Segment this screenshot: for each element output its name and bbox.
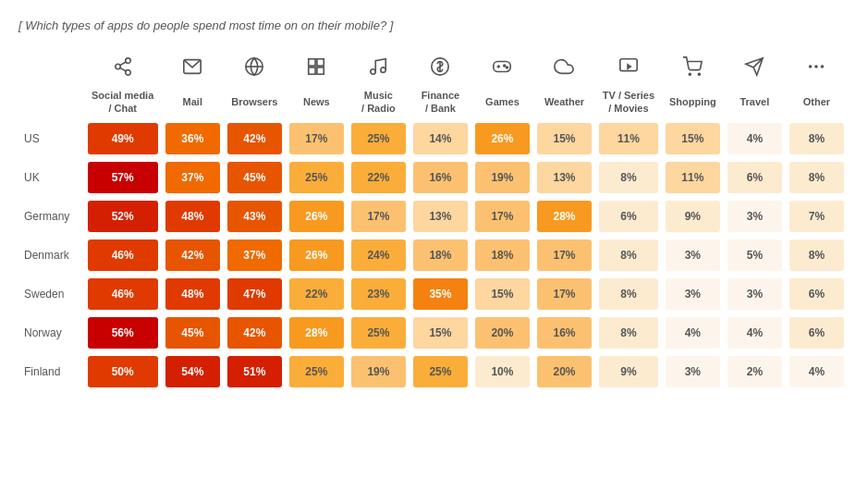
- col-label-finance: Finance/ Bank: [411, 87, 470, 117]
- cell-us-social: 49%: [86, 121, 160, 156]
- icon-travel: [726, 55, 784, 83]
- cell-uk-shopping: 11%: [664, 160, 722, 195]
- cell-us-games: 26%: [473, 121, 532, 156]
- svg-line-3: [120, 68, 126, 71]
- svg-point-23: [815, 65, 819, 68]
- cell-norway-tv: 8%: [597, 315, 660, 350]
- col-label-mail: Mail: [164, 87, 222, 117]
- cell-us-mail: 36%: [164, 121, 222, 156]
- svg-line-4: [120, 62, 126, 66]
- cell-finland-finance: 25%: [411, 354, 470, 389]
- cell-us-tv: 11%: [597, 121, 660, 156]
- svg-point-13: [381, 68, 386, 73]
- cell-uk-games: 19%: [473, 160, 532, 195]
- cell-sweden-finance: 35%: [411, 276, 470, 312]
- cell-denmark-games: 18%: [473, 238, 532, 273]
- cell-denmark-travel: 5%: [726, 238, 784, 273]
- cell-sweden-other: 6%: [788, 276, 846, 312]
- cell-germany-mail: 48%: [164, 199, 222, 234]
- table-row: Sweden46%48%47%22%23%35%15%17%8%3%3%6%: [22, 276, 846, 312]
- cell-us-news: 17%: [287, 121, 346, 156]
- svg-point-22: [809, 65, 813, 68]
- cell-denmark-weather: 17%: [535, 238, 593, 273]
- cell-norway-other: 6%: [788, 315, 846, 350]
- cell-sweden-news: 22%: [287, 276, 346, 312]
- icon-other: [788, 55, 846, 83]
- cell-uk-travel: 6%: [726, 160, 784, 195]
- icon-weather: [535, 55, 593, 83]
- cell-uk-mail: 37%: [164, 160, 222, 195]
- svg-point-20: [690, 73, 691, 75]
- svg-point-21: [699, 73, 701, 75]
- cell-norway-travel: 4%: [726, 315, 784, 350]
- col-label-games: Games: [473, 87, 532, 117]
- cell-norway-mail: 45%: [164, 315, 222, 350]
- cell-sweden-tv: 8%: [597, 276, 660, 312]
- table-row: Germany52%48%43%26%17%13%17%28%6%9%3%7%: [22, 199, 846, 234]
- cell-germany-travel: 3%: [726, 199, 784, 234]
- cell-sweden-shopping: 3%: [664, 276, 722, 312]
- col-label-browsers: Browsers: [226, 87, 284, 117]
- cell-finland-mail: 54%: [164, 354, 222, 389]
- cell-us-shopping: 15%: [664, 121, 722, 156]
- cell-sweden-mail: 48%: [164, 276, 222, 312]
- icon-browsers: [226, 55, 284, 83]
- cell-norway-games: 20%: [473, 315, 532, 350]
- cell-finland-shopping: 3%: [664, 354, 722, 389]
- svg-point-17: [507, 67, 508, 68]
- cell-uk-other: 8%: [788, 160, 846, 195]
- cell-germany-weather: 28%: [535, 199, 593, 234]
- icon-news: [287, 55, 346, 83]
- cell-sweden-travel: 3%: [726, 276, 784, 312]
- cell-sweden-music: 23%: [349, 276, 408, 312]
- cell-germany-browsers: 43%: [226, 199, 284, 234]
- col-label-news: News: [287, 87, 346, 117]
- row-label-denmark: Denmark: [22, 238, 82, 273]
- cell-finland-social: 50%: [86, 354, 160, 389]
- cell-finland-games: 10%: [473, 354, 532, 389]
- svg-point-0: [125, 58, 130, 64]
- cell-denmark-news: 26%: [287, 238, 346, 273]
- cell-finland-weather: 20%: [535, 354, 593, 389]
- col-label-other: Other: [788, 87, 846, 117]
- chart-title: [ Which types of apps do people spend mo…: [18, 18, 850, 32]
- cell-us-finance: 14%: [411, 121, 470, 156]
- cell-germany-tv: 6%: [597, 199, 660, 234]
- cell-uk-tv: 8%: [597, 160, 660, 195]
- table-row: Norway56%45%42%28%25%15%20%16%8%4%4%6%: [22, 315, 846, 350]
- cell-us-music: 25%: [349, 121, 408, 156]
- row-label-germany: Germany: [22, 199, 82, 234]
- icon-social: [86, 55, 160, 83]
- cell-germany-games: 17%: [473, 199, 532, 234]
- col-label-weather: Weather: [535, 87, 593, 117]
- col-label-tv: TV / Series/ Movies: [597, 87, 660, 117]
- svg-point-16: [504, 65, 506, 67]
- cell-sweden-browsers: 47%: [226, 276, 284, 312]
- icon-finance: [411, 55, 470, 83]
- cell-finland-music: 19%: [349, 354, 408, 389]
- cell-norway-music: 25%: [349, 315, 408, 350]
- row-label-finland: Finland: [22, 354, 82, 389]
- cell-us-browsers: 42%: [226, 121, 284, 156]
- row-label-uk: UK: [22, 160, 82, 195]
- svg-rect-8: [309, 59, 315, 66]
- svg-rect-11: [317, 68, 324, 74]
- cell-finland-news: 25%: [287, 354, 346, 389]
- icon-music: [349, 55, 408, 83]
- cell-norway-shopping: 4%: [664, 315, 722, 350]
- col-label-social: Social media/ Chat: [86, 87, 160, 117]
- cell-sweden-games: 15%: [473, 276, 532, 312]
- cell-uk-music: 22%: [349, 160, 408, 195]
- svg-point-2: [125, 70, 130, 76]
- icon-games: [473, 55, 532, 83]
- col-label-travel: Travel: [726, 87, 784, 117]
- cell-finland-other: 4%: [788, 354, 846, 389]
- cell-germany-other: 7%: [788, 199, 846, 234]
- cell-denmark-social: 46%: [86, 238, 160, 273]
- cell-uk-news: 25%: [287, 160, 346, 195]
- cell-denmark-mail: 42%: [164, 238, 222, 273]
- icon-shopping: [664, 55, 722, 83]
- cell-finland-browsers: 51%: [226, 354, 284, 389]
- svg-point-1: [115, 64, 120, 69]
- cell-finland-travel: 2%: [726, 354, 784, 389]
